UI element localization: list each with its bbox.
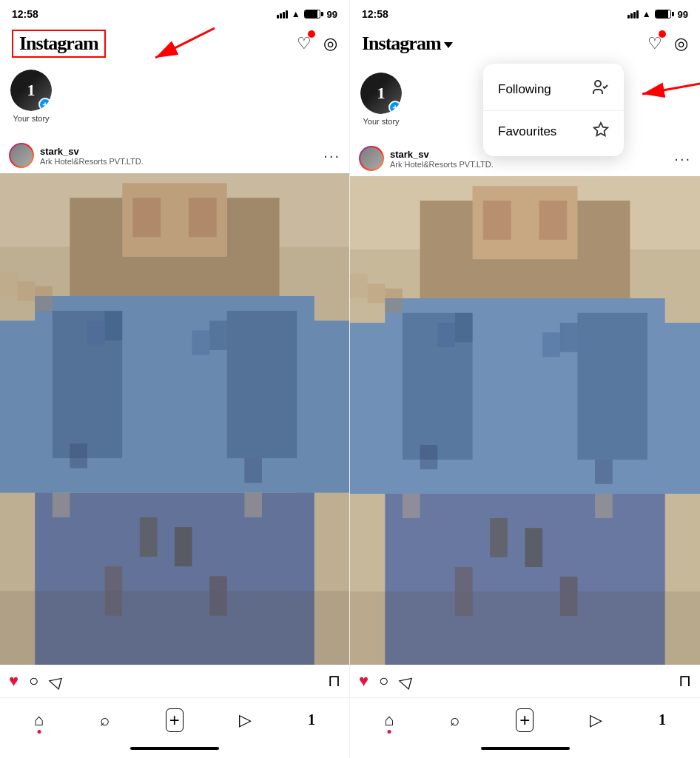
nav-profile-left[interactable]: 1 [308, 711, 315, 728]
signal-icon-right [627, 10, 639, 19]
nav-dot-right [387, 730, 391, 734]
battery-left [304, 10, 323, 19]
pixelated-image-right [350, 176, 700, 665]
svg-rect-13 [0, 272, 18, 296]
comment-button-left[interactable]: ○ [29, 671, 38, 691]
post-more-right[interactable]: ··· [674, 150, 691, 167]
time-right: 12:58 [362, 8, 388, 20]
svg-rect-48 [437, 323, 455, 347]
like-button-right[interactable]: ♥ [359, 671, 368, 691]
heart-badge-right [659, 30, 666, 38]
post-user-right[interactable]: stark_sv Ark Hotel&Resorts PVT.LTD. [359, 146, 494, 171]
svg-rect-50 [542, 332, 560, 357]
svg-rect-15 [35, 286, 53, 311]
svg-rect-27 [53, 493, 70, 517]
nav-reels-left[interactable]: ▷ [239, 711, 252, 730]
svg-marker-32 [594, 123, 608, 135]
heart-badge-left [308, 30, 315, 38]
pixelated-image-left [0, 173, 349, 665]
svg-rect-17 [105, 311, 123, 341]
svg-rect-49 [455, 313, 473, 343]
wifi-icon-right: ▲ [642, 9, 651, 19]
svg-rect-14 [18, 281, 36, 301]
my-story-left[interactable]: 1 + Your story [9, 70, 53, 123]
svg-rect-26 [0, 591, 349, 665]
svg-rect-18 [192, 330, 210, 355]
svg-rect-58 [350, 591, 700, 665]
svg-rect-23 [175, 527, 192, 566]
post-image-left [0, 173, 349, 665]
svg-rect-44 [539, 201, 567, 240]
nav-reels-right[interactable]: ▷ [590, 711, 602, 730]
nav-search-right[interactable]: ⌕ [450, 711, 460, 730]
status-bar-left: 12:58 ▲ 99 [0, 0, 349, 25]
svg-rect-52 [420, 445, 438, 469]
post-more-left[interactable]: ··· [323, 147, 340, 164]
post-avatar-left [9, 143, 34, 168]
save-button-left[interactable]: ⊓ [328, 671, 340, 691]
post-subtitle-left: Ark Hotel&Resorts PVT.LTD. [40, 157, 144, 166]
dropdown-following-label: Following [498, 82, 551, 97]
svg-rect-51 [560, 323, 578, 352]
header-left: Instagram ♡ ◎ [0, 25, 349, 64]
svg-rect-41 [647, 323, 700, 494]
messenger-icon-right[interactable]: ◎ [674, 34, 688, 53]
post-subtitle-right: Ark Hotel&Resorts PVT.LTD. [390, 160, 494, 169]
post-actions-left: ♥ ○ ◁ ⊓ [0, 665, 349, 697]
svg-rect-45 [350, 274, 368, 298]
nav-add-left[interactable]: + [166, 708, 184, 732]
add-story-badge-right: + [388, 101, 402, 114]
my-story-right[interactable]: 1 + Your story [359, 73, 403, 126]
instagram-logo-left: Instagram [12, 30, 106, 58]
nav-search-left[interactable]: ⌕ [100, 711, 110, 730]
svg-rect-47 [385, 289, 403, 313]
nav-profile-right[interactable]: 1 [659, 711, 666, 728]
comment-button-right[interactable]: ○ [379, 671, 388, 691]
share-button-right[interactable]: ◁ [397, 670, 414, 692]
heart-button-left[interactable]: ♡ [297, 34, 312, 53]
nav-home-left[interactable]: ⌂ [34, 711, 44, 730]
post-actions-right: ♥ ○ ◁ ⊓ [350, 665, 700, 697]
header-icons-left: ♡ ◎ [297, 34, 337, 53]
post-image-right [350, 176, 700, 665]
header-right: Instagram ♡ ◎ [350, 25, 700, 64]
add-story-badge-left: + [38, 98, 52, 111]
instagram-logo-right[interactable]: Instagram [362, 33, 453, 55]
save-button-right[interactable]: ⊓ [679, 671, 691, 691]
stories-row-left: 1 + Your story [0, 64, 349, 138]
share-button-left[interactable]: ◁ [47, 670, 64, 692]
svg-rect-19 [209, 321, 227, 350]
bottom-nav-left: ⌂ ⌕ + ▷ 1 [0, 697, 349, 739]
svg-point-31 [595, 81, 601, 87]
my-story-avatar-right: 1 + [360, 73, 402, 114]
svg-rect-54 [490, 518, 508, 557]
like-button-left[interactable]: ♥ [9, 671, 18, 691]
status-bar-right: 12:58 ▲ 99 [350, 0, 700, 25]
svg-rect-40 [350, 323, 403, 494]
status-icons-right: ▲ 99 [627, 9, 688, 20]
post-username-left: stark_sv [40, 146, 144, 157]
nav-home-right[interactable]: ⌂ [384, 711, 394, 730]
nav-add-right[interactable]: + [516, 708, 534, 732]
messenger-icon-left[interactable]: ◎ [323, 34, 337, 53]
post-avatar-right [359, 146, 384, 171]
post-user-left[interactable]: stark_sv Ark Hotel&Resorts PVT.LTD. [9, 143, 144, 168]
post-username-right: stark_sv [390, 149, 494, 160]
left-panel: 12:58 ▲ 99 Instagram ♡ ◎ [0, 0, 350, 758]
svg-rect-60 [595, 494, 613, 518]
nav-dot-left [37, 730, 41, 734]
heart-button-right[interactable]: ♡ [647, 34, 662, 53]
my-story-label-right: Your story [363, 117, 399, 126]
home-indicator-left [0, 739, 349, 758]
dropdown-favourites[interactable]: Favourites [483, 111, 624, 152]
svg-rect-22 [140, 517, 158, 557]
svg-rect-53 [595, 460, 613, 484]
wifi-icon-left: ▲ [292, 9, 300, 19]
dropdown-following[interactable]: Following [483, 68, 624, 111]
dropdown-favourites-label: Favourites [498, 124, 556, 139]
battery-percent-left: 99 [327, 9, 337, 20]
bottom-nav-right: ⌂ ⌕ + ▷ 1 [350, 697, 700, 739]
following-icon [591, 78, 609, 100]
svg-rect-43 [483, 201, 511, 240]
dropdown-chevron [444, 42, 453, 48]
